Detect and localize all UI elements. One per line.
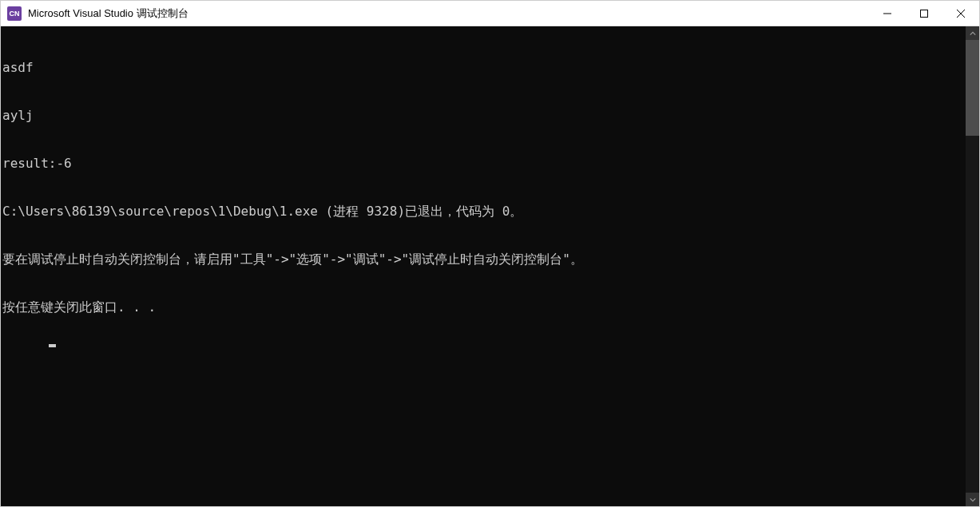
scroll-thumb[interactable] <box>966 40 979 136</box>
app-icon-label: CN <box>10 10 20 18</box>
window-title: Microsoft Visual Studio 调试控制台 <box>28 6 869 21</box>
minimize-button[interactable] <box>869 1 906 26</box>
maximize-icon <box>920 10 928 18</box>
console-output[interactable]: asdf aylj result:-6 C:\Users\86139\sourc… <box>1 26 966 506</box>
scroll-up-button[interactable] <box>966 26 979 40</box>
title-bar: CN Microsoft Visual Studio 调试控制台 <box>1 1 979 26</box>
console-line: result:-6 <box>2 156 966 172</box>
console-window: CN Microsoft Visual Studio 调试控制台 asdf ay… <box>0 0 980 507</box>
maximize-button[interactable] <box>906 1 942 26</box>
console-line: aylj <box>2 108 966 124</box>
chevron-down-icon <box>970 497 976 503</box>
console-line: C:\Users\86139\source\repos\1\Debug\1.ex… <box>2 204 966 220</box>
console-line: 按任意键关闭此窗口. . . <box>2 299 966 315</box>
close-button[interactable] <box>942 1 979 26</box>
app-icon: CN <box>7 6 22 21</box>
vertical-scrollbar[interactable] <box>966 26 979 506</box>
chevron-up-icon <box>970 30 976 37</box>
scroll-track[interactable] <box>966 40 979 493</box>
console-line: 要在调试停止时自动关闭控制台，请启用"工具"->"选项"->"调试"->"调试停… <box>2 252 966 267</box>
close-icon <box>957 10 965 18</box>
scroll-down-button[interactable] <box>966 493 979 506</box>
window-controls <box>869 1 979 26</box>
minimize-icon <box>883 10 891 18</box>
console-wrapper: asdf aylj result:-6 C:\Users\86139\sourc… <box>1 26 979 506</box>
console-line: asdf <box>2 60 966 76</box>
svg-rect-1 <box>921 10 928 17</box>
cursor <box>49 344 56 347</box>
